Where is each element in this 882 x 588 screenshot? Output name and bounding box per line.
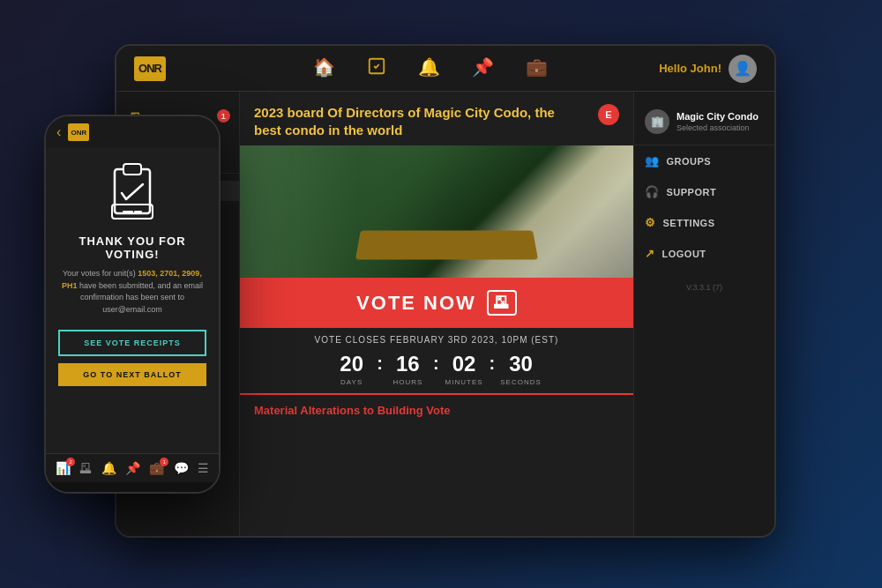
days-number: 20 (332, 352, 371, 376)
days-block: 20 DAYS (332, 352, 371, 386)
meeting-room-image (240, 145, 633, 278)
association-header: 🏢 Magic City Condo Selected association (634, 102, 774, 145)
vote-title: 2023 board Of Directors of Magic City Co… (254, 104, 564, 138)
settings-label: SETTINGS (663, 218, 715, 228)
greeting-text: Hello John! (659, 62, 721, 75)
phone-app-logo: ONR (68, 123, 89, 141)
see-vote-receipts-button[interactable]: SEE VOTE RECEIPTS (58, 330, 206, 356)
thank-you-text: Your votes for unit(s) 1503, 2701, 2909,… (58, 268, 206, 316)
nav-icons-group: 🏠 🔔 📌 💼 (201, 53, 659, 84)
groups-icon: 👥 (645, 154, 660, 167)
election-badge: E (598, 104, 619, 125)
hours-label: HOURS (388, 378, 428, 386)
vote-header: 2023 board Of Directors of Magic City Co… (240, 92, 633, 145)
association-info: Magic City Condo Selected association (676, 111, 759, 131)
version-text: V.3.3.1 (7) (634, 269, 774, 299)
right-panel: 🏢 Magic City Condo Selected association … (633, 92, 774, 536)
settings-icon: ⚙ (645, 216, 656, 229)
phone-nav-vote[interactable]: 🗳 (79, 461, 92, 475)
right-menu-support[interactable]: 🎧 SUPPORT (634, 176, 774, 207)
right-menu-logout[interactable]: ↗ LOGOUT (634, 238, 774, 269)
pin-nav-icon[interactable]: 📌 (468, 53, 497, 84)
association-avatar: 🏢 (645, 109, 669, 134)
seconds-number: 30 (500, 352, 542, 376)
vote-closes-text: VOTE CLOSES FEBRUARY 3RD 2023, 10PM (EST… (240, 328, 633, 348)
user-greeting: Hello John! 👤 (659, 55, 757, 83)
days-label: DAYS (332, 378, 371, 386)
phone-nav-wallet[interactable]: 💼 1 (149, 461, 164, 475)
hours-number: 16 (388, 352, 428, 376)
phone-nav-chart[interactable]: 📊 2 (56, 461, 71, 475)
bell-nav-icon[interactable]: 🔔 (415, 53, 444, 84)
right-menu-groups[interactable]: 👥 GROUPS (634, 145, 774, 176)
association-name: Magic City Condo (676, 111, 759, 123)
votes-badge: 1 (217, 109, 230, 123)
phone-nav-bell[interactable]: 🔔 (101, 461, 116, 475)
countdown-timer: 20 DAYS : 16 HOURS : 02 MINUTES : (240, 348, 633, 393)
phone-main-area: THANK YOU FOR VOTING! Your votes for uni… (46, 148, 219, 453)
support-label: SUPPORT (667, 187, 717, 197)
sep-3: : (490, 354, 496, 374)
vote-now-icon: 🗳 (487, 290, 517, 316)
wallet-nav-icon[interactable]: 💼 (522, 53, 551, 84)
phone-bottom-nav: 📊 2 🗳 🔔 📌 💼 1 💬 ☰ (46, 453, 219, 482)
main-content: 2023 board Of Directors of Magic City Co… (240, 92, 633, 536)
app-logo: ONR (134, 56, 166, 81)
right-menu-settings[interactable]: ⚙ SETTINGS (634, 207, 774, 238)
user-avatar: 👤 (729, 55, 757, 83)
logout-icon: ↗ (645, 247, 655, 260)
vote-now-label: VOTE NOW (356, 292, 476, 315)
thank-you-title: THANK YOU FOR VOTING! (58, 234, 206, 261)
phone-nav-menu[interactable]: ☰ (198, 461, 209, 475)
top-navigation: ONR 🏠 🔔 📌 💼 Hello John! 👤 (116, 46, 774, 92)
chart-badge: 2 (66, 458, 75, 466)
vote-nav-icon[interactable] (363, 53, 390, 84)
sep-1: : (377, 354, 383, 374)
phone-nav-pin[interactable]: 📌 (125, 461, 140, 475)
back-icon[interactable]: ‹ (56, 124, 61, 140)
material-alterations-label: Material Alterations to Building Vote (240, 393, 633, 426)
units-text: 1503, 2701, 2909, PH1 (62, 269, 202, 290)
minutes-block: 02 MINUTES (445, 352, 484, 386)
phone-content: THANK YOU FOR VOTING! Your votes for uni… (46, 148, 219, 453)
hours-block: 16 HOURS (388, 352, 428, 386)
sep-2: : (433, 354, 439, 374)
minutes-number: 02 (445, 352, 484, 376)
vote-icon-large (101, 162, 163, 224)
seconds-block: 30 SECONDS (500, 352, 542, 386)
wallet-badge: 1 (160, 458, 168, 466)
go-to-next-ballot-button[interactable]: GO TO NEXT BALLOT (58, 363, 206, 386)
svg-rect-2 (123, 164, 141, 175)
minutes-label: MINUTES (445, 378, 484, 386)
home-nav-icon[interactable]: 🏠 (310, 53, 339, 84)
room-table-element (355, 231, 538, 260)
logout-label: LOGOUT (662, 249, 706, 259)
groups-label: GROUPS (667, 156, 712, 167)
support-icon: 🎧 (645, 185, 660, 198)
association-sub: Selected association (676, 123, 759, 132)
phone-device: ‹ ONR THANK YOU FOR VOTING! Your votes f… (44, 115, 220, 494)
svg-rect-1 (115, 169, 150, 213)
vote-now-button[interactable]: VOTE NOW 🗳 (240, 278, 633, 328)
logo-area: ONR (134, 56, 166, 81)
phone-header: ‹ ONR (46, 116, 219, 148)
seconds-label: SECONDS (500, 378, 542, 386)
phone-nav-message[interactable]: 💬 (174, 461, 189, 475)
